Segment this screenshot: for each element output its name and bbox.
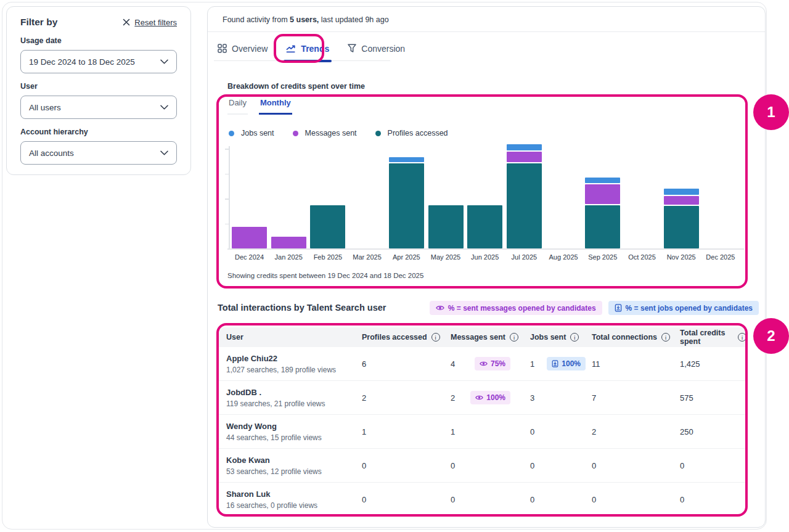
- bar-apr-2025: [389, 157, 424, 248]
- tab-daily[interactable]: Daily: [227, 98, 248, 115]
- messages-sent-value: 0: [451, 461, 455, 470]
- user-activity-summary: 16 searches, 0 profile views: [226, 501, 353, 510]
- bar-segment-profiles: [467, 205, 502, 248]
- tab-trends[interactable]: Trends: [286, 36, 329, 60]
- user-activity-summary: 1,027 searches, 189 profile views: [226, 366, 353, 374]
- legend-dot: [229, 131, 234, 136]
- bar-segment-profiles: [664, 206, 699, 248]
- jobs-opened-pct: 100%: [562, 359, 581, 368]
- divider: [208, 31, 765, 32]
- usage-date-value: 19 Dec 2024 to 18 Dec 2025: [29, 57, 135, 67]
- jobs-sent-value: 0: [530, 461, 534, 470]
- close-icon: [123, 18, 130, 26]
- jobs-sent-value: 0: [530, 427, 534, 436]
- column-header-messages-sent: Messages senti: [442, 333, 521, 342]
- table-header-row: UserProfiles accessediMessages sentiJobs…: [218, 327, 746, 347]
- status-user-count: 5 users,: [290, 15, 319, 24]
- messages-opened-badge: 75%: [475, 357, 510, 370]
- bar-nov-2025: [664, 189, 699, 248]
- messages-sent-cell: 0: [442, 461, 521, 470]
- jobs-sent-value: 3: [530, 393, 534, 403]
- info-icon[interactable]: i: [661, 333, 670, 342]
- bar-jul-2025: [507, 144, 542, 248]
- table-row: Sharon Luk16 searches, 0 profile views00…: [218, 483, 746, 517]
- info-icon[interactable]: i: [510, 333, 518, 342]
- bar-feb-2025: [310, 205, 345, 248]
- account-hierarchy-select[interactable]: All accounts: [20, 141, 177, 165]
- user-activity-summary: 119 searches, 21 profile views: [226, 399, 353, 408]
- user-cell: Sharon Luk16 searches, 0 profile views: [218, 489, 353, 510]
- table-row: Wendy Wong44 searches, 15 profile views1…: [218, 415, 746, 449]
- credits-chart: Dec 2024Jan 2025Feb 2025Mar 2025Apr 2025…: [218, 142, 748, 266]
- annotation-circle-2: 2: [753, 318, 789, 354]
- main-tabs: Overview Trends Conversion: [214, 36, 390, 61]
- column-header-label: Jobs sent: [530, 333, 566, 342]
- bar-sep-2025: [585, 178, 620, 248]
- total-connections-value: 11: [583, 359, 671, 369]
- chart-title: Breakdown of credits spent over time: [227, 82, 365, 91]
- tab-overview[interactable]: Overview: [218, 36, 268, 60]
- user-name: JobdDB .: [226, 388, 353, 397]
- profiles-accessed-value: 6: [353, 359, 442, 369]
- eye-icon: [480, 361, 488, 367]
- user-cell: Kobe Kwan53 searches, 12 profile views: [218, 456, 353, 476]
- bar-may-2025: [428, 205, 464, 248]
- column-header-total-connections: Total connectionsi: [583, 333, 671, 342]
- table-row: Apple Chiu221,027 searches, 189 profile …: [218, 347, 746, 381]
- user-activity-summary: 53 searches, 12 profile views: [226, 467, 353, 476]
- total-credits-value: 0: [671, 495, 746, 504]
- jobs-sent-value: 0: [530, 495, 534, 504]
- total-credits-value: 1,425: [671, 359, 746, 369]
- info-icon[interactable]: i: [431, 333, 440, 342]
- job-doc-icon: [615, 304, 622, 312]
- usage-date-select[interactable]: 19 Dec 2024 to 18 Dec 2025: [20, 50, 177, 73]
- y-axis-tick: [225, 198, 229, 200]
- x-axis-label: Dec 2024: [229, 253, 270, 261]
- filter-panel-title: Filter by: [20, 17, 57, 28]
- total-credits-value: 575: [671, 393, 746, 403]
- info-icon[interactable]: i: [570, 333, 579, 342]
- messages-sent-cell: 1: [442, 427, 521, 436]
- tab-overview-label: Overview: [232, 44, 268, 54]
- tab-trends-label: Trends: [301, 44, 329, 54]
- user-activity-summary: 44 searches, 15 profile views: [226, 433, 353, 442]
- user-filter-group: User All users: [20, 82, 177, 119]
- tab-monthly[interactable]: Monthly: [259, 98, 292, 115]
- legend-item: Profiles accessed: [375, 129, 448, 137]
- profiles-accessed-value: 0: [353, 495, 442, 504]
- x-axis-label: Jun 2025: [465, 253, 505, 261]
- x-axis-label: Aug 2025: [543, 253, 584, 261]
- jobs-sent-cell: 0: [521, 495, 583, 504]
- bar-segment-profiles: [310, 205, 345, 248]
- y-axis: [229, 146, 230, 248]
- x-axis-label: May 2025: [425, 253, 466, 261]
- info-icon[interactable]: i: [738, 333, 746, 342]
- legend-item: Messages sent: [293, 129, 357, 137]
- messages-sent-cell: 2100%: [442, 391, 521, 404]
- user-select[interactable]: All users: [20, 96, 177, 119]
- x-axis-label: Nov 2025: [661, 253, 701, 261]
- bar-segment-profiles: [507, 163, 542, 248]
- bar-jun-2025: [467, 205, 502, 248]
- status-prefix: Found activity from: [223, 15, 290, 24]
- reset-filters-button[interactable]: Reset filters: [123, 18, 177, 27]
- reset-filters-label: Reset filters: [134, 18, 177, 27]
- account-hierarchy-label: Account hierarchy: [20, 128, 177, 136]
- messages-sent-value: 0: [451, 495, 455, 504]
- user-name: Wendy Wong: [226, 422, 353, 431]
- user-name: Kobe Kwan: [226, 456, 353, 465]
- chart-legend: Jobs sentMessages sentProfiles accessed: [229, 129, 448, 137]
- x-axis-label: Sep 2025: [583, 253, 623, 261]
- legend-label: Jobs sent: [241, 129, 274, 137]
- tab-conversion[interactable]: Conversion: [348, 36, 405, 60]
- total-connections-value: 7: [583, 393, 671, 403]
- bar-segment-profiles: [585, 205, 620, 248]
- total-connections-value: 2: [583, 427, 671, 436]
- legend-label: Messages sent: [305, 129, 357, 137]
- grid-icon: [218, 44, 227, 53]
- user-name: Apple Chiu22: [226, 354, 353, 363]
- total-credits-value: 0: [671, 461, 746, 470]
- filter-panel: Filter by Reset filters Usage date 19 De…: [6, 6, 191, 175]
- table-row: Kobe Kwan53 searches, 12 profile views00…: [218, 449, 746, 483]
- interactions-heading: Total interactions by Talent Search user: [218, 303, 386, 313]
